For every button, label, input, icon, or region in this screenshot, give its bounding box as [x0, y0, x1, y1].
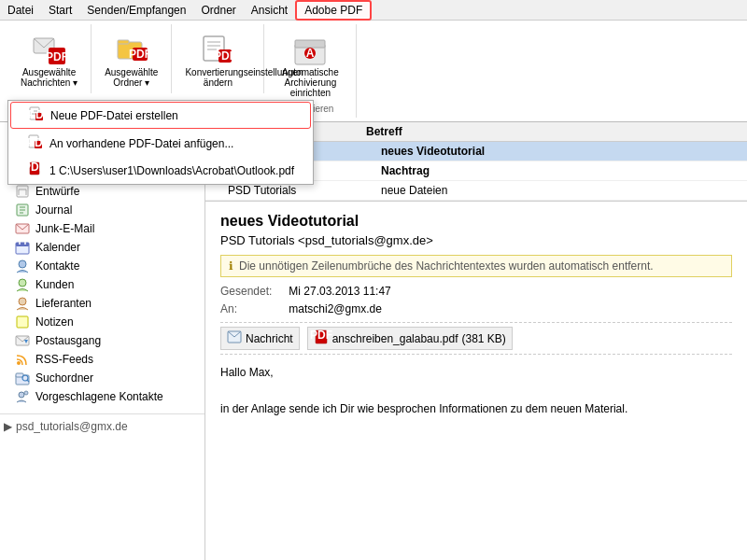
sidebar-item-rss[interactable]: RSS-Feeds — [0, 350, 204, 369]
sent-label: Gesendet: — [220, 283, 286, 301]
auto-archive-button[interactable]: A AutomatischeArchivierung einrichten — [274, 28, 346, 100]
account-expand-icon: ▶ — [4, 420, 12, 433]
selected-folders-label: AusgewählteOrdner ▾ — [105, 67, 158, 88]
svg-point-44 — [19, 279, 26, 287]
menu-ansicht[interactable]: Ansicht — [244, 2, 295, 19]
auto-archive-icon: A — [291, 30, 329, 67]
right-panel: Von Betreff ▶ PSD Tutorials neues Videot… — [205, 122, 747, 560]
attachment-msg-icon — [227, 329, 242, 347]
notes-icon — [15, 315, 30, 329]
sidebar-item-junk[interactable]: Junk-E-Mail — [0, 219, 204, 238]
dropdown-new-pdf-label: Neue PDF-Datei erstellen — [50, 109, 178, 122]
sidebar-item-contacts-label: Kontakte — [35, 259, 79, 273]
sidebar-item-rss-label: RSS-Feeds — [35, 353, 93, 366]
search-folder-icon — [15, 371, 30, 385]
dropdown-append-pdf[interactable]: PDF An vorhandene PDF-Datei anfügen... — [8, 130, 313, 157]
sidebar-item-calendar[interactable]: Kalender — [0, 238, 204, 257]
svg-text:PDF: PDF — [129, 48, 151, 61]
attachment-message-label: Nachricht — [246, 332, 293, 345]
preview-title: neues Videotutorial — [220, 213, 732, 230]
to-value: matschi2@gmx.de — [289, 302, 382, 315]
dropdown-append-pdf-label: An vorhandene PDF-Datei anfügen... — [49, 137, 233, 150]
selected-messages-button[interactable]: PDF AusgewählteNachrichten ▾ — [17, 28, 81, 90]
main-area: Gesendete Objekte Gelöschte Objekte Au — [0, 122, 747, 560]
sidebar-item-suppliers-label: Lieferanten — [35, 297, 92, 310]
svg-text:PDF: PDF — [46, 50, 68, 63]
menu-adobe-pdf[interactable]: Adobe PDF — [295, 0, 372, 21]
calendar-icon — [15, 240, 30, 255]
header-subject: Betreff — [366, 125, 740, 138]
pdf-new-icon: PDF — [28, 106, 43, 124]
suppliers-icon — [15, 296, 30, 311]
sidebar-item-journal[interactable]: Journal — [0, 201, 204, 219]
svg-point-55 — [24, 391, 28, 395]
svg-text:PDF: PDF — [214, 49, 236, 63]
attachment-pdf[interactable]: PDF anschreiben_galabau.pdf (381 KB) — [307, 327, 513, 350]
attachment-message[interactable]: Nachricht — [220, 327, 300, 350]
email-subject-2: Nachtrag — [381, 164, 740, 177]
menu-senden[interactable]: Senden/Empfangen — [79, 2, 193, 19]
preview-body-line-1: Hallo Max, — [220, 364, 732, 382]
attachment-pdf-size: (381 KB) — [461, 332, 505, 345]
svg-point-43 — [19, 260, 26, 268]
auto-archive-label: AutomatischeArchivierung einrichten — [277, 67, 343, 98]
svg-text:PDF: PDF — [23, 161, 46, 174]
ribbon: PDF AusgewählteNachrichten ▾ PDF Ausgewä… — [0, 21, 747, 122]
sidebar-item-search-folder[interactable]: Suchordner — [0, 369, 204, 387]
email-subject-3: neue Dateien — [381, 184, 740, 197]
sidebar-item-suggested-contacts[interactable]: Vorgeschlagene Kontakte — [0, 387, 204, 406]
svg-point-49 — [17, 361, 21, 365]
sidebar-account-section[interactable]: ▶ psd_tutorials@gmx.de — [0, 418, 204, 435]
sidebar-item-notes[interactable]: Notizen — [0, 313, 204, 331]
svg-rect-40 — [16, 243, 29, 246]
menu-start[interactable]: Start — [41, 2, 79, 19]
sidebar-item-calendar-label: Kalender — [35, 241, 80, 254]
sidebar-item-drafts[interactable]: Entwürfe — [0, 182, 204, 201]
email-from-3: PSD Tutorials — [228, 184, 377, 197]
pdf-file-icon: PDF — [27, 161, 42, 179]
rss-icon — [15, 352, 30, 367]
sidebar-item-customers[interactable]: Kunden — [0, 275, 204, 294]
sidebar-item-junk-label: Junk-E-Mail — [35, 222, 94, 235]
svg-point-54 — [19, 392, 24, 398]
dropdown-recent-pdf[interactable]: PDF 1 C:\Users\user1\Downloads\Acrobat\O… — [8, 157, 313, 184]
sidebar-item-drafts-label: Entwürfe — [35, 185, 79, 198]
ribbon-group-conversion: PDF Konvertierungseinstellungenändern — [172, 24, 264, 93]
journal-icon — [15, 203, 30, 217]
sidebar-item-contacts[interactable]: Kontakte — [0, 257, 204, 275]
to-label: An: — [220, 301, 286, 318]
svg-rect-4 — [118, 40, 129, 44]
svg-text:PDF: PDF — [310, 329, 332, 342]
sidebar-item-notes-label: Notizen — [35, 315, 74, 329]
sidebar-item-outbox[interactable]: Postausgang — [0, 331, 204, 350]
sidebar-account-label: psd_tutorials@gmx.de — [16, 420, 128, 433]
svg-text:A: A — [306, 47, 315, 60]
preview-body: Hallo Max, in der Anlage sende ich Dir w… — [220, 364, 732, 418]
dropdown-new-pdf[interactable]: PDF Neue PDF-Datei erstellen — [10, 102, 311, 129]
info-icon: ℹ — [229, 259, 233, 273]
svg-text:PDF: PDF — [28, 108, 50, 121]
preview-body-line-3: in der Anlage sende ich Dir wie besproch… — [220, 400, 732, 418]
pdf-append-icon: PDF — [27, 134, 42, 152]
email-subject-1: neues Videotutorial — [381, 145, 740, 158]
preview-attachments: Nachricht PDF anschreiben_galabau.pdf (3… — [220, 322, 732, 355]
selected-folders-icon: PDF — [113, 30, 150, 67]
selected-folders-button[interactable]: PDF AusgewählteOrdner ▾ — [101, 28, 162, 90]
suggested-contacts-icon — [15, 389, 30, 404]
svg-text:PDF: PDF — [27, 136, 49, 149]
conversion-settings-button[interactable]: PDF Konvertierungseinstellungenändern — [181, 28, 254, 90]
sidebar-item-search-folder-label: Suchordner — [35, 371, 93, 385]
info-text: Die unnötigen Zeilenumbrüche des Nachric… — [239, 259, 654, 273]
menu-ordner[interactable]: Ordner — [193, 2, 243, 19]
dropdown-menu: PDF Neue PDF-Datei erstellen PDF An vorh… — [7, 100, 314, 185]
sidebar-item-suppliers[interactable]: Lieferanten — [0, 294, 204, 313]
selected-messages-icon: PDF — [31, 30, 68, 67]
attachment-pdf-label: anschreiben_galabau.pdf — [332, 332, 458, 345]
svg-rect-46 — [17, 316, 28, 328]
ribbon-group-messages: PDF AusgewählteNachrichten ▾ — [7, 24, 92, 93]
sidebar-item-outbox-label: Postausgang — [35, 334, 101, 347]
menu-datei[interactable]: Datei — [0, 2, 41, 19]
svg-point-45 — [19, 298, 26, 305]
conversion-settings-icon: PDF — [199, 30, 236, 67]
sent-value: Mi 27.03.2013 11:47 — [289, 285, 390, 298]
